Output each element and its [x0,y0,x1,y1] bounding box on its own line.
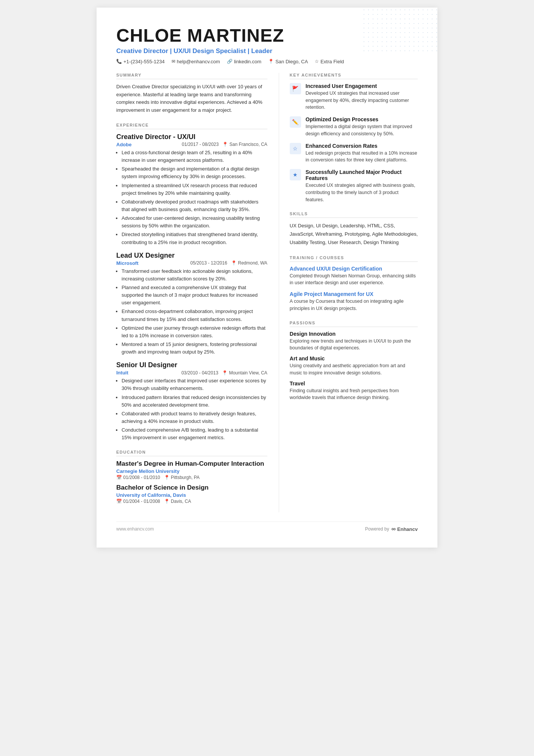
enhancv-logo: ∞ Enhancv [391,526,418,532]
bullet-item: Implemented a streamlined UX research pr… [122,182,267,197]
edu-icon-1: 📅 [116,499,122,504]
bullet-item: Planned and executed a comprehensive UX … [122,284,267,307]
achievement-item-2: ☆ Enhanced Conversion Rates Led redesign… [290,143,418,164]
main-content: SUMMARY Driven Creative Director special… [116,73,418,513]
achievement-title-0: Increased User Engagement [306,83,418,89]
location-icon: 📍 [268,59,274,64]
job-company-row-0: Adobe 01/2017 - 08/2023 📍 San Francisco,… [116,142,267,147]
contact-phone: 📞 +1-(234)-555-1234 [116,59,165,64]
contact-bar: 📞 +1-(234)-555-1234 ✉ help@enhancv.com 🔗… [116,59,418,64]
bullet-item: Transformed user feedback into actionabl… [122,268,267,283]
achievement-title-1: Optimized Design Processes [306,116,418,122]
achievement-desc-0: Developed UX strategies that increased u… [306,90,418,111]
achievement-icon-2: ☆ [290,143,301,154]
bullet-item: Introduced pattern libraries that reduce… [122,394,267,409]
education-section: EDUCATION Master's Degree in Human-Compu… [116,450,267,504]
training-desc-0: Completed through Nielsen Norman Group, … [290,272,418,287]
achievement-desc-2: Led redesign projects that resulted in a… [306,150,418,164]
job-location-2: 📍 Mountain View, CA [222,370,267,376]
summary-section: SUMMARY Driven Creative Director special… [116,73,267,114]
passion-desc-1: Using creativity and aesthetic appreciat… [290,362,418,377]
passion-title-2: Travel [290,380,418,387]
achievement-item-0: 🚩 Increased User Engagement Developed UX… [290,83,418,111]
email-icon: ✉ [172,59,175,64]
bullet-item: Led a cross-functional design team of 25… [122,149,267,164]
job-title-1: Lead UX Designer [116,252,267,260]
training-item-1: Agile Project Management for UX A course… [290,291,418,312]
star-icon: ☆ [315,59,319,64]
powered-by-text: Powered by [365,526,389,532]
training-title-1: Agile Project Management for UX [290,291,418,297]
summary-text: Driven Creative Director specializing in… [116,83,267,114]
job-bullets-2: Designed user interfaces that improved u… [122,377,267,441]
edu-school-0: Carnegie Mellon University [116,468,267,474]
education-item-1: Bachelor of Science in Design University… [116,484,267,504]
achievement-icon-1: ✏️ [290,116,301,128]
job-item-1: Lead UX Designer Microsoft 05/2013 - 12/… [116,252,267,356]
training-section: TRAINING / COURSES Advanced UX/UI Design… [290,255,418,312]
contact-linkedin: 🔗 linkedin.com [227,59,261,64]
bullet-item: Collaborated with product teams to itera… [122,410,267,425]
job-item-0: Creative Director - UX/UI Adobe 01/2017 … [116,133,267,246]
edu-degree-1: Bachelor of Science in Design [116,484,267,491]
edu-meta-0: 📅 01/2008 - 01/2010 📍 Pittsburgh, PA [116,475,267,480]
linkedin-icon: 🔗 [227,59,233,64]
achievement-item-1: ✏️ Optimized Design Processes Implemente… [290,116,418,138]
job-company-2: Intuit [116,370,128,376]
job-dates-0: 01/2017 - 08/2023 [182,142,219,147]
job-location-1: 📍 Redmond, WA [231,260,267,266]
job-dates-2: 03/2010 - 04/2013 [181,370,218,376]
resume-container: CHLOE MARTINEZ Creative Director | UX/UI… [97,8,437,548]
summary-label: SUMMARY [116,73,267,79]
bullet-item: Mentored a team of 15 junior designers, … [122,341,267,356]
edu-degree-0: Master's Degree in Human-Computer Intera… [116,460,267,468]
achievements-label: KEY ACHIEVEMENTS [290,73,418,79]
training-title-0: Advanced UX/UI Design Certification [290,266,418,272]
job-company-1: Microsoft [116,260,139,266]
passion-desc-0: Exploring new trends and techniques in U… [290,338,418,352]
skills-text: UX Design, UI Design, Leadership, HTML, … [290,222,418,247]
bullet-item: Spearheaded the design and implementatio… [122,165,267,180]
candidate-name: CHLOE MARTINEZ [116,26,418,46]
passion-title-1: Art and Music [290,355,418,362]
experience-section: EXPERIENCE Creative Director - UX/UI Ado… [116,123,267,441]
achievement-title-2: Enhanced Conversion Rates [306,143,418,149]
bullet-item: Directed storytelling initiatives that s… [122,231,267,246]
training-item-0: Advanced UX/UI Design Certification Comp… [290,266,418,287]
achievements-section: KEY ACHIEVEMENTS 🚩 Increased User Engage… [290,73,418,203]
passion-item-1: Art and Music Using creativity and aesth… [290,355,418,377]
achievement-desc-3: Executed UX strategies aligned with busi… [306,182,418,203]
brand-name: Enhancv [397,526,418,532]
edu-icon-0: 📅 [116,475,122,480]
contact-email: ✉ help@enhancv.com [172,59,220,64]
skills-section: SKILLS UX Design, UI Design, Leadership,… [290,211,418,247]
bullet-item: Enhanced cross-department collaboration,… [122,308,267,323]
bullet-item: Designed user interfaces that improved u… [122,377,267,392]
job-title-0: Creative Director - UX/UI [116,133,267,141]
passion-title-0: Design Innovation [290,331,418,337]
edu-meta-1: 📅 01/2004 - 01/2008 📍 Davis, CA [116,499,267,504]
job-dates-1: 05/2013 - 12/2016 [190,260,227,266]
training-label: TRAINING / COURSES [290,255,418,262]
education-item-0: Master's Degree in Human-Computer Intera… [116,460,267,480]
job-meta-2: 03/2010 - 04/2013 📍 Mountain View, CA [181,370,267,376]
passions-label: PASSIONS [290,321,418,327]
passion-desc-2: Finding cultural insights and fresh pers… [290,387,418,402]
experience-label: EXPERIENCE [116,123,267,129]
passion-item-0: Design Innovation Exploring new trends a… [290,331,418,352]
right-column: KEY ACHIEVEMENTS 🚩 Increased User Engage… [279,73,418,513]
bullet-item: Optimized the user journey through exten… [122,324,267,340]
bullet-item: Collaboratively developed product roadma… [122,198,267,213]
job-company-0: Adobe [116,142,131,147]
achievement-item-3: ★ Successfully Launched Major Product Fe… [290,169,418,203]
contact-location: 📍 San Diego, CA [268,59,308,64]
bullet-item: Conducted comprehensive A/B testing, lea… [122,426,267,441]
skills-label: SKILLS [290,211,418,218]
footer: www.enhancv.com Powered by ∞ Enhancv [116,521,418,532]
training-desc-1: A course by Coursera that focused on int… [290,298,418,312]
achievement-desc-1: Implemented a digital design system that… [306,123,418,138]
achievement-icon-0: 🚩 [290,83,301,94]
job-company-row-1: Microsoft 05/2013 - 12/2016 📍 Redmond, W… [116,260,267,266]
job-company-row-2: Intuit 03/2010 - 04/2013 📍 Mountain View… [116,370,267,376]
bullet-item: Advocated for user-centered design, incr… [122,214,267,230]
